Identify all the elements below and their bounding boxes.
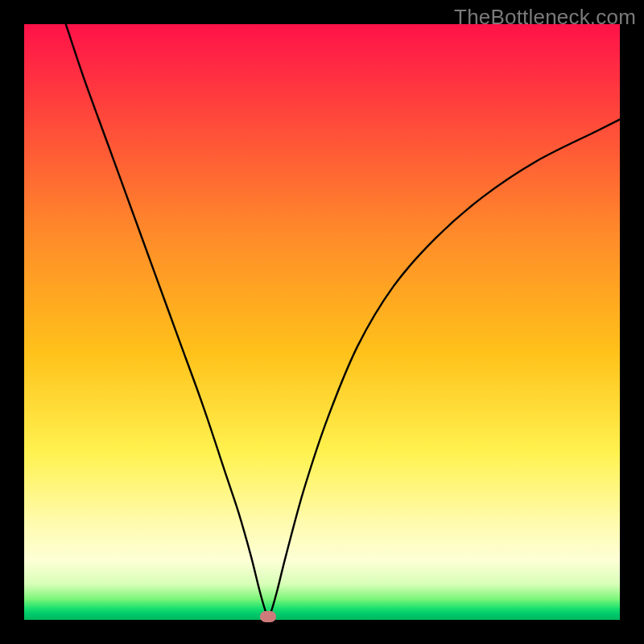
curve-svg bbox=[24, 24, 620, 620]
plot-area bbox=[24, 24, 620, 620]
bottleneck-curve-path bbox=[66, 24, 620, 617]
watermark-text: TheBottleneck.com bbox=[454, 5, 636, 30]
optimal-point-marker bbox=[260, 611, 276, 622]
bottleneck-chart: TheBottleneck.com bbox=[0, 0, 644, 644]
